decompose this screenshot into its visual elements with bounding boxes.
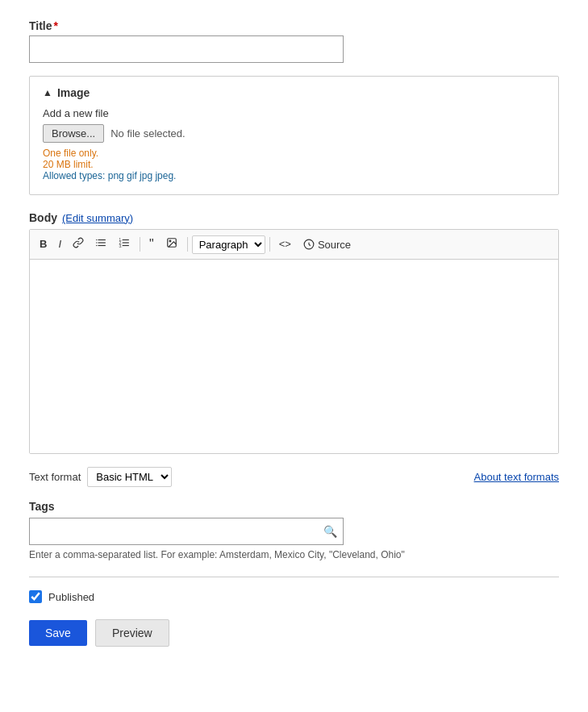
link-icon xyxy=(73,237,84,248)
no-file-text: No file selected. xyxy=(111,127,186,139)
link-button[interactable] xyxy=(68,235,89,255)
preview-button[interactable]: Preview xyxy=(95,619,169,647)
svg-rect-7 xyxy=(123,239,129,240)
add-file-label: Add a new file xyxy=(43,107,545,119)
edit-summary-link[interactable]: (Edit summary) xyxy=(62,212,133,224)
svg-rect-5 xyxy=(98,245,106,246)
text-format-select[interactable]: Basic HTML Full HTML Plain text xyxy=(87,467,172,487)
text-format-row: Text format Basic HTML Full HTML Plain t… xyxy=(29,467,559,487)
numbered-list-icon: 1.2.3. xyxy=(118,237,131,248)
file-input-row: Browse... No file selected. xyxy=(43,124,545,143)
toolbar-sep-3 xyxy=(269,237,270,252)
svg-rect-0 xyxy=(96,239,97,240)
body-section: Body (Edit summary) B I 1.2.3. " Paragra… xyxy=(29,211,559,454)
bold-button[interactable]: B xyxy=(35,235,52,254)
published-checkbox[interactable] xyxy=(29,590,42,603)
code-button[interactable]: <> xyxy=(274,235,296,254)
image-section-heading: Image xyxy=(57,86,90,99)
divider xyxy=(29,577,559,577)
save-button[interactable]: Save xyxy=(29,620,87,646)
image-section-toggle[interactable]: ▲ Image xyxy=(43,86,545,99)
source-icon xyxy=(302,239,315,250)
required-indicator: * xyxy=(54,19,58,32)
numbered-list-button[interactable]: 1.2.3. xyxy=(113,235,136,255)
body-label: Body xyxy=(29,211,57,224)
image-section: ▲ Image Add a new file Browse... No file… xyxy=(29,76,559,195)
svg-rect-9 xyxy=(123,242,129,243)
editor-body[interactable] xyxy=(30,260,558,453)
about-text-formats-link[interactable]: About text formats xyxy=(474,471,560,483)
image-insert-button[interactable] xyxy=(161,235,183,255)
file-hint-3: Allowed types: png gif jpg jpeg. xyxy=(43,170,545,181)
source-button[interactable]: Source xyxy=(298,236,356,253)
svg-text:3.: 3. xyxy=(119,244,123,248)
file-hint-1: One file only. xyxy=(43,148,545,159)
title-input[interactable] xyxy=(29,35,344,63)
svg-rect-1 xyxy=(98,239,106,240)
text-format-left: Text format Basic HTML Full HTML Plain t… xyxy=(29,467,172,487)
italic-button[interactable]: I xyxy=(53,235,66,254)
tags-hint: Enter a comma-separated list. For exampl… xyxy=(29,549,559,560)
actions-row: Save Preview xyxy=(29,619,559,647)
published-label: Published xyxy=(48,591,94,603)
paragraph-format-select[interactable]: Paragraph Heading 1 Heading 2 Heading 3 xyxy=(192,235,265,254)
svg-point-13 xyxy=(169,240,171,242)
title-label: Title* xyxy=(29,19,559,32)
editor-wrapper: B I 1.2.3. " Paragraph Heading 1 Heading… xyxy=(29,229,559,454)
svg-rect-3 xyxy=(98,242,106,243)
toolbar-sep-1 xyxy=(140,237,140,252)
editor-toolbar: B I 1.2.3. " Paragraph Heading 1 Heading… xyxy=(30,230,558,260)
toolbar-sep-2 xyxy=(187,237,188,252)
tags-section: Tags 🔍 Enter a comma-separated list. For… xyxy=(29,500,559,560)
published-row: Published xyxy=(29,590,559,603)
title-section: Title* xyxy=(29,19,559,63)
browse-button[interactable]: Browse... xyxy=(43,124,104,143)
svg-rect-4 xyxy=(96,245,97,246)
collapse-icon: ▲ xyxy=(43,87,52,98)
tags-input[interactable] xyxy=(29,518,344,545)
file-hints: One file only. 20 MB limit. Allowed type… xyxy=(43,148,545,181)
svg-rect-11 xyxy=(123,245,129,246)
tags-input-wrapper: 🔍 xyxy=(29,518,344,545)
svg-rect-2 xyxy=(96,242,97,243)
title-label-text: Title xyxy=(29,19,52,32)
blockquote-button[interactable]: " xyxy=(144,233,159,256)
source-label: Source xyxy=(318,239,351,251)
image-insert-icon xyxy=(165,237,178,248)
tags-label: Tags xyxy=(29,500,559,513)
bullet-list-button[interactable] xyxy=(90,235,111,255)
file-hint-2: 20 MB limit. xyxy=(43,159,545,170)
bullet-list-icon xyxy=(95,237,106,248)
text-format-label: Text format xyxy=(29,471,81,483)
body-label-row: Body (Edit summary) xyxy=(29,211,559,224)
